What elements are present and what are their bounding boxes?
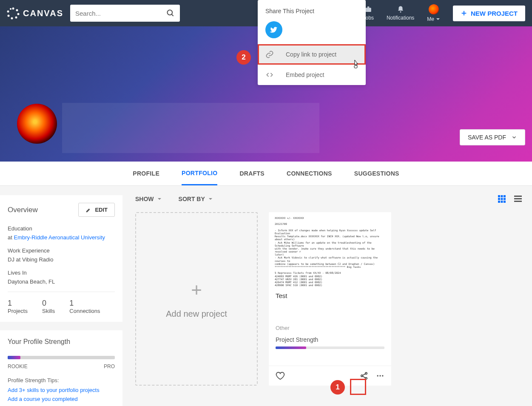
overview-title: Overview: [8, 206, 38, 214]
svg-rect-21: [498, 201, 500, 203]
tip-link-2[interactable]: Add a course you completed: [8, 396, 115, 402]
copy-link-label: Copy link to project: [286, 51, 336, 58]
nav-me[interactable]: Me: [427, 4, 440, 22]
svg-point-7: [10, 8, 11, 10]
svg-rect-11: [367, 6, 370, 8]
overview-panel: Overview EDIT Education at Embry-Riddle …: [0, 195, 122, 322]
education-link[interactable]: Embry-Riddle Aeronautical University: [14, 234, 105, 241]
add-project-card[interactable]: + Add new project: [135, 212, 258, 386]
more-button[interactable]: [376, 372, 384, 380]
svg-rect-17: [504, 195, 506, 197]
svg-line-9: [171, 14, 173, 16]
share-twitter-button[interactable]: [265, 21, 282, 38]
chevron-down-icon: [436, 17, 440, 21]
project-footer: [269, 366, 391, 386]
profile-avatar[interactable]: [17, 104, 57, 144]
project-strength-bar: [276, 346, 384, 349]
heart-icon: [276, 371, 285, 380]
show-dropdown[interactable]: SHOW: [135, 196, 162, 202]
edit-label: EDIT: [95, 207, 108, 213]
bell-icon: [397, 6, 404, 13]
tab-profile[interactable]: PROFILE: [133, 162, 159, 185]
share-icon: [360, 372, 368, 380]
grid-view-button[interactable]: [498, 195, 506, 203]
svg-rect-10: [366, 8, 372, 12]
embed-item[interactable]: Embed project: [258, 65, 366, 85]
work-value: DJ at Vibing Radio: [8, 256, 115, 263]
grid-icon: [498, 195, 506, 203]
strength-low: ROOKIE: [8, 363, 28, 369]
svg-rect-25: [514, 198, 522, 199]
svg-point-2: [17, 13, 20, 15]
project-strength-label: Project Strength: [276, 336, 384, 343]
profile-strength-bar: [8, 356, 115, 359]
svg-rect-24: [514, 196, 522, 197]
like-button[interactable]: [276, 371, 285, 380]
brand-logo[interactable]: CANVAS: [7, 7, 63, 20]
svg-point-34: [382, 375, 383, 376]
svg-point-0: [12, 8, 14, 10]
svg-point-8: [167, 10, 172, 15]
chevron-down-icon: [511, 134, 517, 140]
edit-button[interactable]: EDIT: [78, 203, 115, 217]
svg-point-12: [400, 11, 401, 13]
new-project-label: NEW PROJECT: [471, 10, 518, 17]
stat-skills: 0Skills: [42, 299, 55, 314]
svg-rect-23: [504, 201, 506, 203]
search-icon[interactable]: [166, 9, 175, 17]
list-view-button[interactable]: [514, 195, 522, 203]
svg-point-5: [8, 15, 10, 17]
nav-me-label: Me: [427, 16, 434, 22]
link-icon: [265, 50, 274, 59]
portfolio-toolbar: SHOW SORT BY: [132, 195, 525, 203]
canvas-logo-icon: [7, 7, 20, 20]
profile-strength-title: Your Profile Strength: [8, 338, 115, 346]
tab-portfolio[interactable]: PORTFOLIO: [182, 162, 217, 185]
profile-strength-fill: [8, 356, 20, 359]
nav-notifications-label: Notifications: [387, 15, 414, 21]
embed-label: Embed project: [286, 71, 324, 78]
strength-high: PRO: [104, 363, 115, 369]
svg-rect-16: [501, 195, 503, 197]
project-title: Test: [276, 292, 384, 299]
svg-point-1: [16, 9, 18, 11]
tab-connections[interactable]: CONNECTIONS: [287, 162, 332, 185]
search-input[interactable]: [75, 10, 166, 17]
chevron-down-icon: [157, 197, 162, 201]
tab-drafts[interactable]: DRAFTS: [239, 162, 265, 185]
copy-link-item[interactable]: Copy link to project: [258, 44, 366, 65]
lives-value: Daytona Beach, FL: [8, 278, 115, 285]
project-thumbnail: XXXXXXX +/- XXXXXXX20121709- Inform XXX …: [269, 212, 391, 287]
list-icon: [514, 195, 522, 203]
pencil-icon: [85, 207, 91, 213]
lives-label: Lives In: [8, 270, 115, 276]
svg-rect-20: [504, 198, 506, 200]
share-button[interactable]: [360, 372, 368, 380]
tab-suggestions[interactable]: SUGGESTIONS: [354, 162, 399, 185]
new-project-button[interactable]: NEW PROJECT: [453, 6, 525, 21]
education-label: Education: [8, 225, 115, 232]
svg-point-6: [7, 11, 9, 13]
svg-line-30: [363, 374, 366, 375]
avatar-icon: [429, 4, 439, 14]
code-icon: [265, 71, 274, 79]
svg-point-33: [379, 375, 381, 376]
plus-icon: +: [191, 279, 202, 301]
annotation-badge-1: 1: [330, 380, 345, 395]
svg-line-31: [363, 376, 366, 378]
search-box[interactable]: [70, 5, 180, 22]
save-as-pdf-label: SAVE AS PDF: [468, 134, 506, 141]
svg-rect-15: [498, 195, 500, 197]
nav-notifications[interactable]: Notifications: [387, 6, 414, 21]
project-card[interactable]: XXXXXXX +/- XXXXXXX20121709- Inform XXX …: [269, 212, 391, 386]
more-icon: [376, 372, 384, 380]
save-as-pdf-button[interactable]: SAVE AS PDF: [460, 129, 525, 145]
svg-point-3: [15, 17, 17, 19]
chevron-down-icon: [208, 197, 213, 201]
work-label: Work Experience: [8, 247, 115, 254]
share-title: Share This Project: [258, 0, 366, 18]
plus-icon: [461, 10, 467, 17]
tip-link-1[interactable]: Add 3+ skills to your portfolio projects: [8, 387, 115, 393]
svg-rect-26: [514, 201, 522, 202]
sort-dropdown[interactable]: SORT BY: [179, 196, 213, 202]
